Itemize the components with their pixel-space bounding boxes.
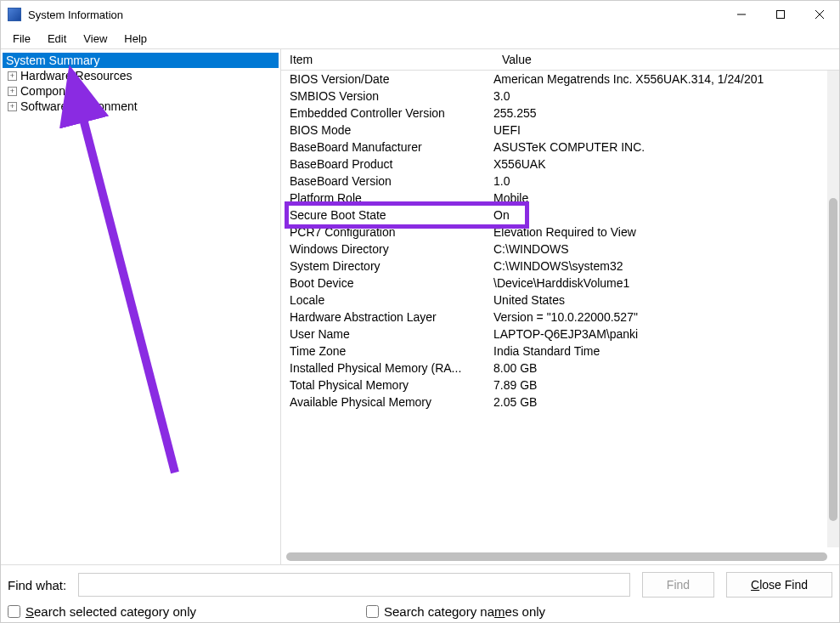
search-selected-input[interactable] (8, 605, 20, 618)
row-value: ASUSTeK COMPUTER INC. (493, 140, 839, 154)
row-value: 3.0 (493, 89, 839, 103)
row-value: 8.00 GB (493, 361, 839, 375)
table-row[interactable]: Windows DirectoryC:\WINDOWS (281, 241, 839, 258)
row-item: Embedded Controller Version (281, 106, 493, 120)
table-row[interactable]: BIOS Version/DateAmerican Megatrends Inc… (281, 71, 839, 88)
search-names-checkbox[interactable]: Search category names only (366, 604, 545, 619)
tree-label: Components (20, 84, 87, 98)
row-value: American Megatrends Inc. X556UAK.314, 1/… (493, 72, 839, 86)
row-value: On (493, 208, 839, 222)
row-value: C:\WINDOWS (493, 242, 839, 256)
find-bar: Find what: Find Close Find Search select… (1, 564, 839, 622)
row-item: Time Zone (281, 344, 493, 358)
table-row[interactable]: System DirectoryC:\WINDOWS\system32 (281, 258, 839, 275)
tree-label: Hardware Resources (20, 69, 132, 82)
titlebar: System Information (1, 1, 839, 28)
details-body[interactable]: BIOS Version/DateAmerican Megatrends Inc… (281, 71, 839, 564)
tree-label: System Summary (6, 54, 99, 67)
table-row[interactable]: LocaleUnited States (281, 292, 839, 309)
table-row[interactable]: SMBIOS Version3.0 (281, 88, 839, 105)
row-item: Installed Physical Memory (RA... (281, 361, 493, 375)
row-value: X556UAK (493, 157, 839, 171)
minimize-icon (736, 9, 747, 20)
close-find-button[interactable]: Close Find (726, 572, 832, 598)
details-header: Item Value (281, 49, 839, 71)
table-row[interactable]: User NameLAPTOP-Q6EJP3AM\panki (281, 326, 839, 343)
maximize-button[interactable] (761, 1, 800, 28)
search-names-input[interactable] (366, 605, 379, 618)
menu-file[interactable]: File (4, 31, 39, 47)
row-value: \Device\HarddiskVolume1 (493, 276, 839, 290)
tree-label: Software Environment (20, 99, 138, 113)
menubar: File Edit View Help (1, 28, 839, 48)
row-item: Windows Directory (281, 242, 493, 256)
tree-software-environment[interactable]: + Software Environment (3, 99, 279, 114)
details-panel: Item Value BIOS Version/DateAmerican Meg… (281, 49, 839, 564)
search-selected-checkbox[interactable]: Search selected category only (8, 604, 196, 619)
row-item: BaseBoard Manufacturer (281, 140, 493, 154)
menu-view[interactable]: View (75, 31, 116, 47)
table-row[interactable]: Secure Boot StateOn (281, 207, 839, 224)
row-item: Hardware Abstraction Layer (281, 310, 493, 324)
row-item: BIOS Version/Date (281, 72, 493, 86)
minimize-button[interactable] (722, 1, 761, 28)
table-row[interactable]: BIOS ModeUEFI (281, 122, 839, 139)
close-button[interactable] (800, 1, 839, 28)
vertical-scroll-thumb[interactable] (829, 198, 837, 521)
row-item: PCR7 Configuration (281, 225, 493, 239)
tree-components[interactable]: + Components (3, 83, 279, 99)
row-value: C:\WINDOWS\system32 (493, 259, 839, 273)
row-item: Locale (281, 293, 493, 307)
tree-hardware-resources[interactable]: + Hardware Resources (3, 68, 279, 83)
row-item: Platform Role (281, 191, 493, 205)
svg-rect-1 (777, 11, 785, 19)
row-value: Mobile (493, 191, 839, 205)
row-item: Boot Device (281, 276, 493, 290)
find-input[interactable] (78, 573, 630, 597)
table-row[interactable]: Total Physical Memory7.89 GB (281, 377, 839, 394)
window-title: System Information (28, 8, 722, 21)
table-row[interactable]: Available Physical Memory2.05 GB (281, 394, 839, 411)
row-item: Available Physical Memory (281, 395, 493, 409)
svg-line-4 (71, 73, 175, 473)
system-information-window: System Information File Edit View Help S… (0, 0, 840, 623)
vertical-scrollbar[interactable] (827, 71, 839, 547)
table-row[interactable]: Hardware Abstraction LayerVersion = "10.… (281, 309, 839, 326)
row-value: India Standard Time (493, 344, 839, 358)
content-area: System Summary + Hardware Resources + Co… (1, 48, 839, 564)
table-row[interactable]: Boot Device\Device\HarddiskVolume1 (281, 275, 839, 292)
search-names-label: Search category names only (384, 604, 545, 619)
expand-icon[interactable]: + (8, 87, 17, 96)
row-value: 7.89 GB (493, 378, 839, 392)
row-item: SMBIOS Version (281, 89, 493, 103)
tree-panel[interactable]: System Summary + Hardware Resources + Co… (1, 49, 281, 564)
row-item: BaseBoard Version (281, 174, 493, 188)
table-row[interactable]: Platform RoleMobile (281, 190, 839, 207)
annotation-arrow (5, 49, 260, 481)
row-value: 2.05 GB (493, 395, 839, 409)
table-row[interactable]: Time ZoneIndia Standard Time (281, 343, 839, 360)
find-button[interactable]: Find (642, 572, 714, 598)
table-row[interactable]: Embedded Controller Version255.255 (281, 105, 839, 122)
table-row[interactable]: PCR7 ConfigurationElevation Required to … (281, 224, 839, 241)
row-value: LAPTOP-Q6EJP3AM\panki (493, 327, 839, 341)
table-row[interactable]: BaseBoard ManufacturerASUSTeK COMPUTER I… (281, 139, 839, 156)
row-value: Version = "10.0.22000.527" (493, 310, 839, 324)
expand-icon[interactable]: + (8, 71, 17, 81)
column-item[interactable]: Item (281, 49, 493, 70)
row-value: UEFI (493, 123, 839, 137)
table-row[interactable]: BaseBoard ProductX556UAK (281, 156, 839, 173)
column-value[interactable]: Value (493, 49, 839, 70)
table-row[interactable]: BaseBoard Version1.0 (281, 173, 839, 190)
close-icon (815, 9, 825, 20)
app-icon (8, 8, 21, 21)
table-row[interactable]: Installed Physical Memory (RA...8.00 GB (281, 360, 839, 377)
row-item: BaseBoard Product (281, 157, 493, 171)
row-item: BIOS Mode (281, 123, 493, 137)
horizontal-scroll-thumb[interactable] (286, 552, 827, 561)
menu-help[interactable]: Help (116, 31, 155, 47)
expand-icon[interactable]: + (8, 102, 17, 111)
tree-system-summary[interactable]: System Summary (3, 53, 279, 68)
menu-edit[interactable]: Edit (39, 31, 75, 47)
row-item: Total Physical Memory (281, 378, 493, 392)
